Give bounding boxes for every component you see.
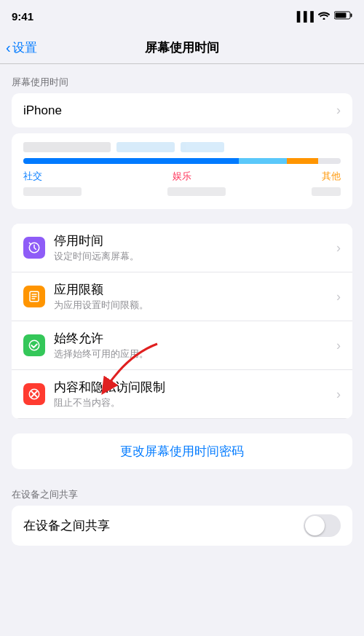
alwaysallow-subtitle: 选择始终可用的应用。 <box>54 348 333 361</box>
downtime-subtitle: 设定时间远离屏幕。 <box>54 250 333 263</box>
svg-rect-2 <box>336 12 347 17</box>
share-devices-label: 在设备之间共享 <box>23 517 110 534</box>
status-bar: 9:41 ▐▐▐ <box>0 0 364 32</box>
usage-sub-row <box>23 187 341 196</box>
contentprivacy-chevron-icon: › <box>336 387 341 402</box>
bar-social <box>23 158 239 164</box>
bar-entertainment <box>239 158 286 164</box>
settings-menu-card: 停用时间 设定时间远离屏幕。 › 应用限额 为应用设置时间限额。 › 始终允许 <box>12 224 352 419</box>
alwaysallow-chevron-icon: › <box>336 338 341 353</box>
bar-other <box>287 158 319 164</box>
blurred-text-2 <box>116 142 175 152</box>
wifi-icon <box>318 11 330 22</box>
usage-sub-text-2 <box>167 187 226 196</box>
downtime-content: 停用时间 设定时间远离屏幕。 <box>54 232 333 263</box>
svg-rect-1 <box>351 13 352 17</box>
iphone-label: iPhone <box>23 103 333 118</box>
section-label-device: 屏幕使用时间 <box>0 64 364 93</box>
label-entertainment: 娱乐 <box>173 170 191 183</box>
status-time: 9:41 <box>12 10 33 23</box>
downtime-row[interactable]: 停用时间 设定时间远离屏幕。 › <box>12 224 352 272</box>
downtime-title: 停用时间 <box>54 232 333 249</box>
applimits-title: 应用限额 <box>54 281 333 298</box>
usage-chart-card: 社交 娱乐 其他 <box>12 133 352 209</box>
share-section-label: 在设备之间共享 <box>0 484 364 506</box>
change-passcode-link[interactable]: 更改屏幕使用时间密码 <box>120 443 244 460</box>
applimits-content: 应用限额 为应用设置时间限额。 <box>54 281 333 312</box>
back-label: 设置 <box>12 39 37 56</box>
iphone-chevron-icon: › <box>336 103 341 118</box>
nav-bar: ‹ 设置 屏幕使用时间 <box>0 32 364 64</box>
usage-sub-text-3 <box>312 187 341 196</box>
toggle-knob <box>305 516 325 535</box>
change-passcode-row[interactable]: 更改屏幕使用时间密码 <box>12 433 352 469</box>
page-title: 屏幕使用时间 <box>145 39 219 56</box>
applimits-row[interactable]: 应用限额 为应用设置时间限额。 › <box>12 272 352 321</box>
applimits-icon <box>23 286 45 307</box>
blurred-text-3 <box>181 142 224 152</box>
nav-back-button[interactable]: ‹ 设置 <box>6 39 37 56</box>
usage-sub-text-1 <box>23 187 82 196</box>
battery-icon <box>334 11 352 22</box>
device-card: iPhone › <box>12 93 352 127</box>
svg-point-5 <box>29 340 39 350</box>
alwaysallow-icon <box>23 334 45 356</box>
contentprivacy-icon <box>23 383 45 405</box>
blurred-text-1 <box>23 142 111 152</box>
signal-icon: ▐▐▐ <box>293 11 314 22</box>
usage-bar-container: 社交 娱乐 其他 <box>23 142 341 196</box>
alwaysallow-row[interactable]: 始终允许 选择始终可用的应用。 › <box>12 321 352 370</box>
downtime-chevron-icon: › <box>336 240 341 256</box>
applimits-chevron-icon: › <box>336 289 341 305</box>
contentprivacy-title: 内容和隐私访问限制 <box>54 379 333 396</box>
share-devices-toggle[interactable] <box>304 514 341 537</box>
label-other: 其他 <box>322 170 341 183</box>
alwaysallow-title: 始终允许 <box>54 330 333 347</box>
alwaysallow-content: 始终允许 选择始终可用的应用。 <box>54 330 333 361</box>
usage-labels: 社交 娱乐 其他 <box>23 170 341 183</box>
back-chevron-icon: ‹ <box>6 39 11 56</box>
downtime-icon <box>23 237 45 259</box>
status-icons: ▐▐▐ <box>293 11 352 22</box>
usage-bar <box>23 158 341 164</box>
contentprivacy-subtitle: 阻止不当内容。 <box>54 396 333 409</box>
iphone-row[interactable]: iPhone › <box>12 93 352 127</box>
contentprivacy-row[interactable]: 内容和隐私访问限制 阻止不当内容。 › <box>12 370 352 419</box>
applimits-subtitle: 为应用设置时间限额。 <box>54 299 333 312</box>
contentprivacy-content: 内容和隐私访问限制 阻止不当内容。 <box>54 379 333 409</box>
share-devices-row: 在设备之间共享 <box>12 506 352 546</box>
label-social: 社交 <box>23 170 42 183</box>
